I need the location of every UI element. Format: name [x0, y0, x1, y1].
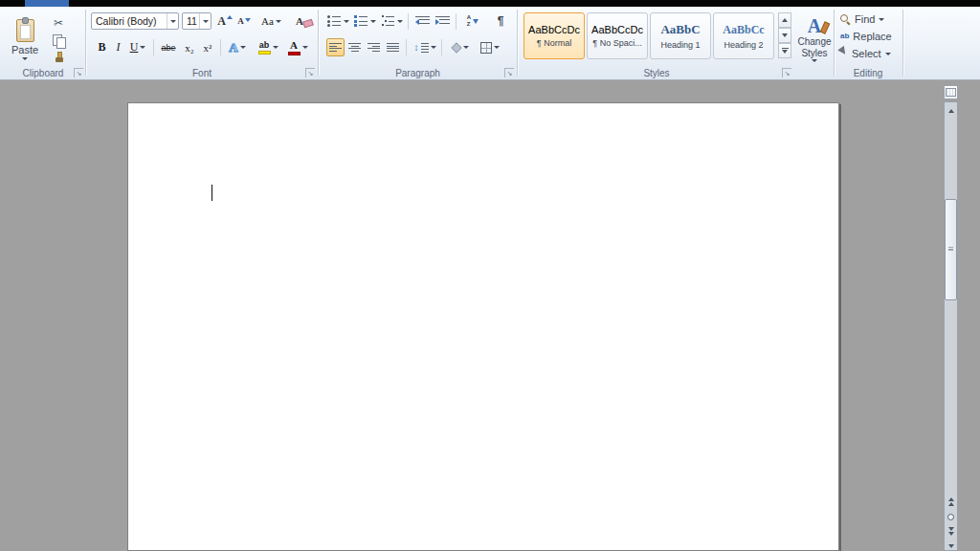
styles-gallery-more-button[interactable]: [778, 43, 791, 58]
scissors-icon: ✂: [54, 17, 63, 29]
align-left-button[interactable]: [326, 38, 345, 56]
line-spacing-button[interactable]: ↕: [412, 38, 438, 56]
scroll-up-button[interactable]: [944, 103, 958, 118]
vertical-scrollbar-track[interactable]: [944, 101, 958, 551]
shrink-font-button[interactable]: A: [234, 12, 253, 30]
align-right-button[interactable]: [365, 38, 383, 56]
styles-dialog-launcher[interactable]: ↘: [782, 68, 791, 77]
ribbon-group-clipboard: Paste ✂ Clipboard ↘: [1, 7, 85, 79]
triangle-up-icon: [948, 109, 954, 113]
change-styles-button[interactable]: A Change Styles: [795, 11, 834, 68]
paragraph-dialog-launcher[interactable]: ↘: [504, 68, 514, 77]
superscript-icon: x²: [204, 42, 212, 54]
paste-label: Paste: [11, 44, 38, 55]
format-painter-button[interactable]: [47, 50, 70, 65]
align-center-icon: [348, 42, 361, 53]
chevron-down-icon: [885, 53, 891, 55]
select-browse-object-button[interactable]: [944, 510, 958, 524]
increase-indent-icon: [435, 15, 450, 27]
text-effects-button[interactable]: A: [226, 38, 249, 56]
style-normal[interactable]: AaBbCcDc ¶ Normal: [523, 12, 585, 59]
clear-formatting-button[interactable]: A: [293, 12, 314, 30]
select-button[interactable]: Select: [840, 46, 891, 61]
style-no-spacing[interactable]: AaBbCcDc ¶ No Spaci...: [587, 12, 648, 59]
align-center-button[interactable]: [345, 38, 364, 56]
mini-separator: [220, 39, 221, 55]
chevron-down-icon: [302, 46, 308, 49]
mini-separator: [441, 39, 442, 55]
grow-font-button[interactable]: A: [215, 12, 234, 30]
ribbon-home-tab: Paste ✂ Clipboard ↘ Calibri (Body) 11 A …: [0, 7, 980, 80]
style-heading-2[interactable]: AaBbCc Heading 2: [713, 12, 774, 59]
bullet-list-icon: [327, 15, 342, 27]
italic-button[interactable]: I: [111, 38, 125, 56]
borders-button[interactable]: [477, 38, 503, 56]
chevron-down-icon: [344, 20, 349, 23]
style-name: ¶ Normal: [537, 38, 571, 48]
chevron-down-icon: [879, 18, 884, 21]
style-name: ¶ No Spaci...: [592, 38, 641, 48]
triangle-down-icon: [948, 544, 954, 548]
triangle-down-icon: [782, 33, 788, 37]
text-highlight-button[interactable]: ab: [255, 38, 281, 56]
font-dialog-launcher[interactable]: ↘: [305, 68, 315, 77]
view-ruler-toggle-button[interactable]: [944, 85, 958, 99]
justify-button[interactable]: [384, 38, 402, 56]
find-button[interactable]: Find: [840, 11, 884, 27]
triangle-down-icon: [782, 50, 788, 54]
chevron-down-icon: [199, 13, 211, 29]
bold-button[interactable]: B: [94, 38, 110, 56]
chevron-down-icon: [397, 20, 403, 23]
scroll-down-button[interactable]: [944, 539, 958, 551]
align-left-icon: [329, 42, 342, 53]
mini-separator: [456, 13, 457, 30]
styles-group-label: Styles: [518, 68, 795, 78]
style-preview: AaBbC: [660, 22, 700, 37]
cut-button[interactable]: ✂: [47, 15, 70, 31]
multilevel-list-button[interactable]: [379, 12, 404, 30]
copy-button[interactable]: [47, 33, 70, 48]
shading-button[interactable]: [447, 38, 474, 56]
bullets-button[interactable]: [325, 12, 350, 30]
find-icon: [840, 14, 851, 25]
shrink-font-icon: A: [237, 16, 250, 26]
sort-button[interactable]: A Z: [462, 12, 483, 30]
font-size-combo[interactable]: 11: [182, 12, 212, 30]
replace-button[interactable]: ab Replace: [840, 29, 892, 44]
subscript-button[interactable]: x₂: [181, 38, 198, 56]
change-case-icon: Aa: [261, 15, 274, 27]
styles-gallery-down-button[interactable]: [778, 28, 791, 43]
previous-page-button[interactable]: [944, 495, 958, 509]
browse-object-icon: [947, 514, 954, 520]
style-name: Heading 2: [724, 40, 763, 50]
chevron-down-icon: [140, 46, 145, 49]
decrease-indent-button[interactable]: [412, 12, 432, 30]
paste-button[interactable]: Paste: [7, 11, 43, 69]
chevron-down-icon: [167, 13, 178, 29]
chevron-down-icon: [812, 59, 817, 62]
document-page[interactable]: [127, 102, 839, 551]
show-hide-paragraph-button[interactable]: ¶: [491, 12, 510, 30]
superscript-button[interactable]: x²: [199, 38, 216, 56]
multilevel-list-icon: [381, 15, 395, 27]
ribbon-group-font: Calibri (Body) 11 A A Aa A B I U: [86, 7, 318, 79]
double-chevron-down-icon: [948, 527, 954, 536]
ribbon-group-paragraph: A Z ¶ ↕: [319, 7, 517, 79]
text-caret: [212, 185, 212, 201]
underline-button[interactable]: U: [126, 38, 149, 56]
clipboard-dialog-launcher[interactable]: ↘: [74, 68, 83, 77]
styles-gallery-up-button[interactable]: [778, 12, 791, 28]
next-page-button[interactable]: [944, 524, 958, 539]
style-heading-1[interactable]: AaBbC Heading 1: [650, 12, 711, 59]
increase-indent-button[interactable]: [433, 12, 452, 30]
font-color-button[interactable]: A: [284, 38, 311, 56]
font-name-combo[interactable]: Calibri (Body): [91, 12, 179, 30]
strikethrough-button[interactable]: abe: [157, 38, 180, 56]
double-chevron-up-icon: [948, 497, 954, 506]
change-case-button[interactable]: Aa: [258, 12, 284, 30]
pilcrow-icon: ¶: [498, 14, 504, 28]
numbering-button[interactable]: [352, 12, 377, 30]
ribbon-group-editing: Find ab Replace Select Editing: [835, 7, 902, 79]
vertical-scrollbar-thumb[interactable]: [945, 199, 957, 300]
file-tab-sliver[interactable]: [25, 0, 69, 7]
